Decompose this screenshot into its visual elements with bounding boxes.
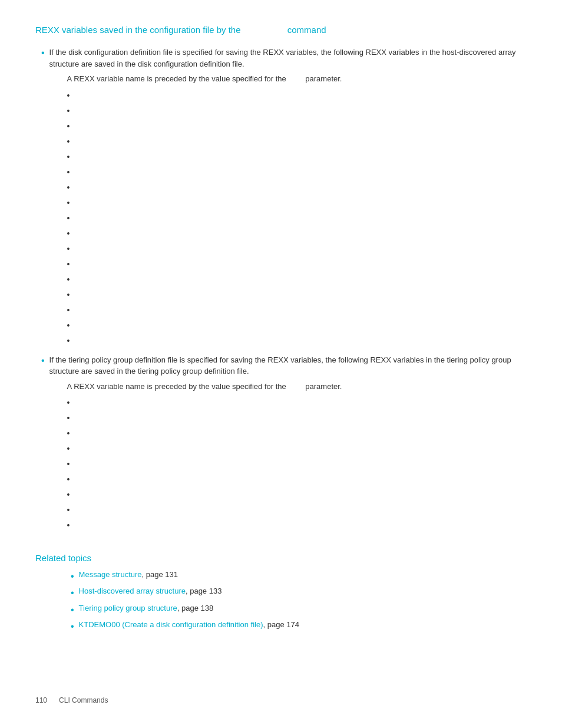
related-item-text-4: KTDEMO00 (Create a disk configuration de… [79,620,299,629]
list-item: • [67,258,527,271]
related-page-2: , page 133 [186,587,222,595]
related-item-2: • Host-discovered array structure, page … [71,587,527,599]
related-topics-section: Related topics • Message structure, page… [35,553,527,634]
list-item: • [67,212,527,225]
related-item-text-2: Host-discovered array structure, page 13… [79,587,222,595]
param-note-2: A REXX variable name is preceded by the … [67,381,527,393]
list-item: • [67,228,527,240]
list-item: • [67,427,527,440]
main-bullet-1: • If the disk configuration definition f… [35,47,527,351]
list-item: • [67,397,527,409]
related-item-4: • KTDEMO00 (Create a disk configuration … [71,620,527,633]
sub-bullet-list-1: • • • • • • • • • • • • • • • • • [67,90,527,347]
list-item: • [67,458,527,470]
list-item: • [67,473,527,486]
list-item: • [67,274,527,286]
related-bullet-1: • [71,570,74,583]
related-item-1: • Message structure, page 131 [71,570,527,583]
list-item: • [67,489,527,501]
param-note-1: A REXX variable name is preceded by the … [67,73,527,85]
list-item: • [67,90,527,102]
related-link-2[interactable]: Host-discovered array structure [79,587,186,595]
related-topics-heading: Related topics [35,553,527,563]
main-content: • If the disk configuration definition f… [35,47,527,535]
list-item: • [67,136,527,148]
list-item: • [67,182,527,194]
related-item-text-1: Message structure, page 131 [79,570,178,579]
list-item: • [67,166,527,179]
list-item: • [67,319,527,332]
bullet-dot-1: • [41,47,45,60]
list-item: • [67,105,527,117]
bullet-text-2: If the tiering policy group definition f… [49,354,527,536]
list-item: • [67,412,527,424]
related-page-3: , page 138 [177,604,213,612]
bullet-text-1: If the disk configuration definition fil… [49,47,527,351]
related-item-3: • Tiering policy group structure, page 1… [71,604,527,617]
bullet-dot-2: • [41,354,45,367]
main-bullet-2: • If the tiering policy group definition… [35,354,527,536]
related-item-text-3: Tiering policy group structure, page 138 [79,604,214,612]
list-item: • [67,243,527,255]
list-item: • [67,289,527,301]
list-item: • [67,304,527,317]
list-item: • [67,151,527,163]
related-page-1: , page 131 [142,570,178,579]
related-bullet-4: • [71,620,74,633]
related-page-4: , page 174 [263,620,299,629]
related-bullet-2: • [71,587,74,599]
list-item: • [67,197,527,209]
page-footer: 110 CLI Commands [35,696,108,704]
list-item: • [67,335,527,347]
related-bullet-3: • [71,604,74,617]
page-title: REXX variables saved in the configuratio… [35,24,527,36]
related-link-4[interactable]: KTDEMO00 (Create a disk configuration de… [79,620,263,629]
related-link-3[interactable]: Tiering policy group structure [79,604,177,612]
list-item: • [67,519,527,532]
related-link-1[interactable]: Message structure [79,570,142,579]
list-item: • [67,443,527,455]
sub-bullet-list-2: • • • • • • • • • [67,397,527,532]
list-item: • [67,504,527,516]
related-topics-list: • Message structure, page 131 • Host-dis… [71,570,527,634]
list-item: • [67,120,527,133]
